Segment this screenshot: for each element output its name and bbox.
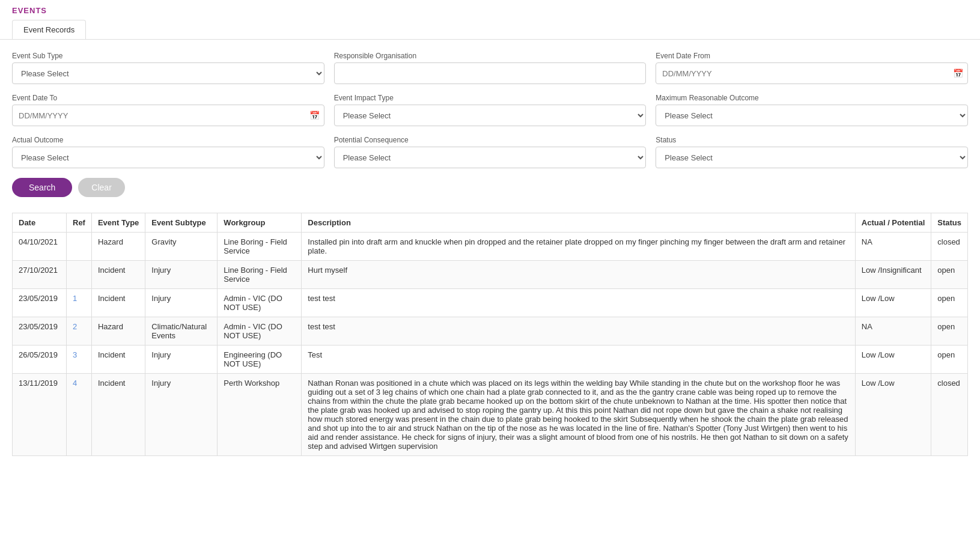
filter-event-date-to: Event Date To 📅 [12, 94, 324, 126]
cell-event-type: Incident [91, 289, 145, 317]
table-row: 26/05/2019 3 Incident Injury Engineering… [13, 345, 968, 374]
filter-potential-consequence: Potential Consequence Please Select [334, 136, 647, 168]
search-button[interactable]: Search [12, 178, 72, 197]
cell-date: 23/05/2019 [13, 317, 67, 345]
cell-event-subtype: Injury [145, 345, 218, 374]
col-header-workgroup: Workgroup [218, 213, 302, 233]
cell-workgroup: Admin - VIC (DO NOT USE) [218, 317, 302, 345]
label-max-reasonable-outcome: Maximum Reasonable Outcome [656, 94, 968, 102]
cell-ref [67, 261, 92, 289]
col-header-description: Description [302, 213, 855, 233]
cell-date: 26/05/2019 [13, 345, 67, 374]
cell-ref: 3 [67, 345, 92, 374]
cell-date: 13/11/2019 [13, 374, 67, 456]
cell-status: closed [931, 233, 968, 261]
cell-event-type: Incident [91, 261, 145, 289]
filter-row-2: Event Date To 📅 Event Impact Type Please… [12, 94, 968, 126]
cell-event-type: Hazard [91, 317, 145, 345]
cell-event-subtype: Injury [145, 289, 218, 317]
cell-description: Test [302, 345, 855, 374]
input-event-date-from[interactable] [656, 62, 968, 84]
clear-button[interactable]: Clear [78, 178, 124, 197]
cell-status: open [931, 345, 968, 374]
cell-ref: 2 [67, 317, 92, 345]
cell-workgroup: Admin - VIC (DO NOT USE) [218, 289, 302, 317]
cell-status: open [931, 289, 968, 317]
label-actual-outcome: Actual Outcome [12, 136, 324, 144]
filter-status: Status Please Select [656, 136, 968, 168]
select-actual-outcome[interactable]: Please Select [12, 147, 324, 168]
input-responsible-org[interactable] [334, 62, 647, 84]
col-header-status: Status [931, 213, 968, 233]
filter-row-3: Actual Outcome Please Select Potential C… [12, 136, 968, 168]
table-row: 27/10/2021 Incident Injury Line Boring -… [13, 261, 968, 289]
cell-workgroup: Line Boring - Field Service [218, 233, 302, 261]
cell-description: test test [302, 317, 855, 345]
cell-ref [67, 233, 92, 261]
label-event-date-to: Event Date To [12, 94, 324, 102]
cell-actual-potential: NA [855, 233, 931, 261]
cell-actual-potential: Low /Insignificant [855, 261, 931, 289]
table-row: 13/11/2019 4 Incident Injury Perth Works… [13, 374, 968, 456]
cell-ref: 1 [67, 289, 92, 317]
ref-link[interactable]: 3 [73, 350, 77, 359]
table-row: 04/10/2021 Hazard Gravity Line Boring - … [13, 233, 968, 261]
cell-event-type: Incident [91, 345, 145, 374]
cell-description: Nathan Ronan was positioned in a chute w… [302, 374, 855, 456]
cell-event-subtype: Climatic/Natural Events [145, 317, 218, 345]
ref-link[interactable]: 4 [73, 379, 77, 388]
cell-date: 04/10/2021 [13, 233, 67, 261]
cell-status: closed [931, 374, 968, 456]
label-potential-consequence: Potential Consequence [334, 136, 647, 144]
select-max-reasonable-outcome[interactable]: Please Select [656, 105, 968, 126]
events-label: EVENTS [0, 0, 980, 15]
cell-event-subtype: Injury [145, 374, 218, 456]
cell-date: 23/05/2019 [13, 289, 67, 317]
cell-ref: 4 [67, 374, 92, 456]
table-row: 23/05/2019 1 Incident Injury Admin - VIC… [13, 289, 968, 317]
label-event-date-from: Event Date From [656, 52, 968, 60]
cell-description: Installed pin into draft arm and knuckle… [302, 233, 855, 261]
cell-workgroup: Line Boring - Field Service [218, 261, 302, 289]
tab-event-records[interactable]: Event Records [12, 20, 86, 39]
select-event-sub-type[interactable]: Please Select [12, 62, 324, 84]
filter-max-reasonable-outcome: Maximum Reasonable Outcome Please Select [656, 94, 968, 126]
label-event-sub-type: Event Sub Type [12, 52, 324, 60]
col-header-ref: Ref [67, 213, 92, 233]
cell-status: open [931, 261, 968, 289]
cell-description: Hurt myself [302, 261, 855, 289]
cell-workgroup: Perth Workshop [218, 374, 302, 456]
col-header-actual-potential: Actual / Potential [855, 213, 931, 233]
select-potential-consequence[interactable]: Please Select [334, 147, 647, 168]
select-status[interactable]: Please Select [656, 147, 968, 168]
cell-workgroup: Engineering (DO NOT USE) [218, 345, 302, 374]
label-responsible-org: Responsible Organisation [334, 52, 647, 60]
col-header-date: Date [13, 213, 67, 233]
ref-link[interactable]: 2 [73, 322, 77, 331]
filter-event-impact-type: Event Impact Type Please Select [334, 94, 647, 126]
table-container: Date Ref Event Type Event Subtype Workgr… [0, 213, 980, 468]
ref-link[interactable]: 1 [73, 294, 77, 303]
input-event-date-to[interactable] [12, 105, 324, 126]
filter-responsible-org: Responsible Organisation [334, 52, 647, 84]
select-event-impact-type[interactable]: Please Select [334, 105, 647, 126]
filter-actual-outcome: Actual Outcome Please Select [12, 136, 324, 168]
table-header-row: Date Ref Event Type Event Subtype Workgr… [13, 213, 968, 233]
cell-event-subtype: Injury [145, 261, 218, 289]
table-row: 23/05/2019 2 Hazard Climatic/Natural Eve… [13, 317, 968, 345]
col-header-event-type: Event Type [91, 213, 145, 233]
filters-section: Event Sub Type Please Select Responsible… [0, 40, 980, 213]
cell-event-type: Incident [91, 374, 145, 456]
col-header-subtype: Event Subtype [145, 213, 218, 233]
label-event-impact-type: Event Impact Type [334, 94, 647, 102]
cell-actual-potential: Low /Low [855, 374, 931, 456]
records-table: Date Ref Event Type Event Subtype Workgr… [12, 213, 968, 456]
cell-event-subtype: Gravity [145, 233, 218, 261]
filter-event-sub-type: Event Sub Type Please Select [12, 52, 324, 84]
cell-date: 27/10/2021 [13, 261, 67, 289]
cell-actual-potential: Low /Low [855, 345, 931, 374]
cell-actual-potential: Low /Low [855, 289, 931, 317]
cell-actual-potential: NA [855, 317, 931, 345]
actions-row: Search Clear [12, 178, 968, 197]
filter-row-1: Event Sub Type Please Select Responsible… [12, 52, 968, 84]
